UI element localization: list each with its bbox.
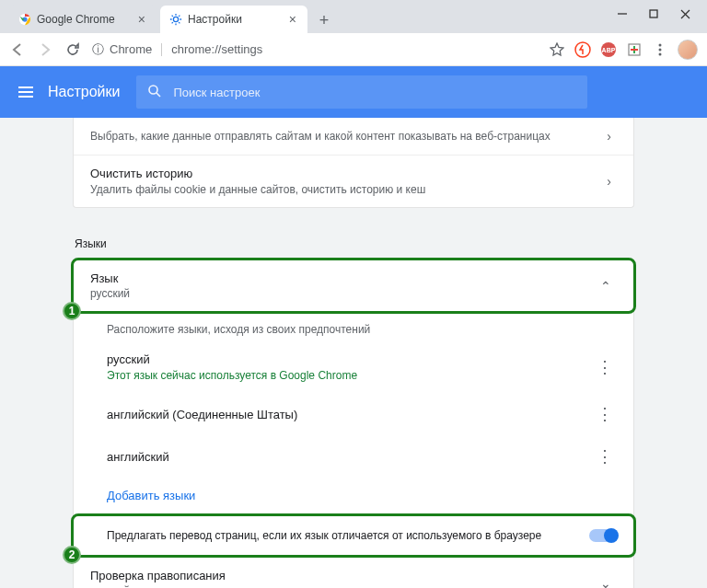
chevron-right-icon: › [601,129,617,144]
close-tab-icon[interactable]: × [285,12,300,27]
chrome-icon [18,13,31,26]
kebab-menu-icon[interactable]: ⋮ [593,404,617,424]
tab-settings[interactable]: Настройки × [160,6,307,33]
language-note: Этот язык сейчас используется в Google C… [107,369,593,382]
settings-header: Настройки [0,66,707,118]
close-tab-icon[interactable]: × [134,12,149,27]
url-text: chrome://settings [171,42,262,56]
menu-icon[interactable] [652,41,668,58]
svg-point-19 [149,86,157,94]
svg-text:ABP: ABP [602,47,616,53]
svg-point-6 [173,17,178,21]
language-row-title: Язык [90,271,595,285]
svg-rect-1 [650,10,657,17]
profile-avatar[interactable] [678,40,698,60]
info-icon: ⓘ [92,41,104,58]
add-language-row: Добавить языки [74,478,633,515]
add-language-link[interactable]: Добавить языки [107,489,195,502]
language-item-en-us: английский (Соединенные Штаты) ⋮ [74,393,633,435]
language-row-subtitle: русский [90,287,595,300]
new-tab-button[interactable]: + [311,7,337,33]
language-name: русский [107,352,593,366]
tab-label: Google Chrome [37,13,134,26]
chevron-up-icon: ⌃ [595,279,617,294]
gear-icon [169,13,182,26]
svg-point-15 [659,52,662,55]
extension-icons: ABP [549,40,698,60]
tab-google-chrome[interactable]: Google Chrome × [9,6,156,33]
translate-toggle[interactable] [589,529,617,542]
maximize-button[interactable] [648,8,659,19]
row-subtitle: Выбрать, какие данные отправлять сайтам … [90,130,601,143]
spellcheck-title: Проверка правописания [90,569,595,582]
languages-card: 1 Язык русский ⌃ Расположите языки, исхо… [73,259,634,588]
language-name: английский [107,450,593,464]
privacy-card: Выбрать, какие данные отправлять сайтам … [73,118,634,208]
search-input[interactable] [173,86,576,99]
window-controls [578,0,707,28]
kebab-menu-icon[interactable]: ⋮ [593,446,617,467]
language-expand-row[interactable]: Язык русский ⌃ [74,260,633,311]
search-icon [147,84,164,100]
spellcheck-row[interactable]: Проверка правописания русский ⌄ [74,555,633,588]
svg-line-20 [156,93,160,97]
chevron-right-icon: › [601,174,617,189]
hamburger-icon[interactable] [17,83,35,101]
row-title: Очистить историю [90,167,601,180]
language-item-english: английский ⋮ [74,435,633,478]
svg-point-14 [659,48,662,51]
spellcheck-subtitle: русский [90,584,595,588]
language-item-russian: русский Этот язык сейчас используется в … [74,341,633,393]
kebab-menu-icon[interactable]: ⋮ [593,357,617,377]
omnibox[interactable]: ⓘ Chrome chrome://settings [92,41,538,58]
extension-icon[interactable] [626,41,643,58]
translate-offer-label: Предлагать перевод страниц, если их язык… [90,529,589,542]
address-bar: ⓘ Chrome chrome://settings ABP [0,33,707,66]
secure-chip: Chrome [110,42,152,56]
translate-offer-row: Предлагать перевод страниц, если их язык… [74,516,633,555]
site-settings-row[interactable]: Выбрать, какие данные отправлять сайтам … [74,118,633,156]
clear-data-row[interactable]: Очистить историю Удалить файлы cookie и … [74,156,633,207]
tab-label: Настройки [188,13,285,26]
chevron-down-icon: ⌄ [595,576,617,589]
back-button[interactable] [9,41,26,58]
yandex-icon[interactable] [574,41,591,58]
adblock-icon[interactable]: ABP [600,41,617,58]
svg-point-13 [659,43,662,46]
section-languages: Языки [73,225,634,259]
language-order-hint: Расположите языки, исходя из своих предп… [74,311,633,341]
minimize-button[interactable] [617,8,628,19]
annotation-badge-2: 2 [63,546,81,564]
row-subtitle: Удалить файлы cookie и данные сайтов, оч… [90,183,601,196]
separator [161,43,162,56]
page-title: Настройки [48,84,120,100]
reload-button[interactable] [64,41,81,58]
language-name: английский (Соединенные Штаты) [107,408,593,421]
star-icon[interactable] [549,41,565,58]
close-window-button[interactable] [679,8,690,19]
forward-button[interactable] [37,41,53,58]
annotation-badge-1: 1 [63,302,81,320]
settings-search[interactable] [136,75,587,109]
